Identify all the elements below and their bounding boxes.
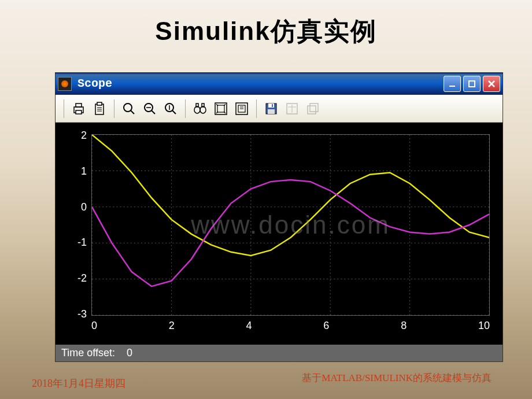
scope-plot-area: 2 1 0 -1 -2 -3 www.docin.com 0 2 4 6 8 1…: [56, 123, 503, 345]
toolbar: [56, 95, 503, 123]
time-offset-value: 0: [127, 347, 132, 359]
y-tick: 2: [81, 130, 87, 142]
svg-point-21: [200, 106, 206, 113]
zoom-y-icon[interactable]: [161, 99, 180, 119]
x-tick: 4: [246, 320, 252, 332]
svg-rect-32: [268, 109, 275, 114]
x-axis: 0 2 4 6 8 10: [91, 320, 490, 332]
scope-window: Scope: [55, 72, 503, 362]
minimize-button[interactable]: [444, 76, 461, 92]
svg-rect-25: [217, 105, 224, 112]
svg-line-13: [131, 110, 134, 114]
y-tick: -2: [77, 272, 87, 285]
floppy-icon[interactable]: [261, 99, 281, 119]
y-tick: 1: [81, 165, 87, 178]
time-offset-bar: Time offset: 0: [56, 345, 503, 361]
x-tick: 10: [478, 320, 490, 332]
zoom-x-icon[interactable]: [140, 99, 160, 119]
time-offset-label: Time offset:: [61, 347, 115, 359]
svg-point-20: [194, 106, 200, 113]
y-tick: 0: [81, 201, 87, 213]
titlebar[interactable]: Scope: [56, 73, 503, 95]
svg-rect-6: [76, 110, 82, 114]
svg-rect-31: [268, 104, 274, 108]
maximize-button[interactable]: [463, 76, 481, 92]
footer-date: 2018年1月4日星期四: [32, 376, 125, 390]
svg-line-18: [172, 110, 176, 114]
binoculars-icon[interactable]: [190, 99, 210, 119]
restore-icon[interactable]: [303, 99, 323, 119]
x-tick: 6: [323, 320, 329, 332]
autoscale-icon[interactable]: [211, 99, 231, 119]
svg-point-12: [124, 104, 132, 112]
svg-rect-5: [76, 104, 82, 107]
svg-rect-8: [97, 102, 102, 105]
slide-title: Simulink仿真实例: [0, 14, 532, 49]
svg-line-15: [152, 110, 155, 114]
zoom-in-icon[interactable]: [119, 99, 139, 119]
save-config-icon[interactable]: [232, 99, 252, 119]
print-icon[interactable]: [69, 99, 88, 119]
y-tick: -3: [77, 308, 87, 320]
close-button[interactable]: [483, 76, 500, 92]
window-title: Scope: [77, 77, 444, 90]
params-icon[interactable]: [282, 99, 302, 119]
clipboard-icon[interactable]: [90, 99, 109, 119]
x-tick: 8: [401, 320, 407, 332]
svg-rect-33: [272, 104, 273, 107]
y-tick: -1: [77, 237, 87, 249]
svg-rect-1: [469, 81, 475, 87]
footer-subtitle: 基于MATLAB/SIMULINK的系统建模与仿真: [302, 371, 492, 385]
x-tick: 2: [169, 320, 175, 332]
app-icon: [58, 77, 72, 91]
plot-canvas[interactable]: www.docin.com: [91, 134, 490, 316]
y-axis: 2 1 0 -1 -2 -3: [62, 130, 91, 320]
x-tick: 0: [91, 320, 97, 332]
svg-rect-37: [308, 106, 316, 114]
svg-rect-38: [310, 104, 318, 112]
